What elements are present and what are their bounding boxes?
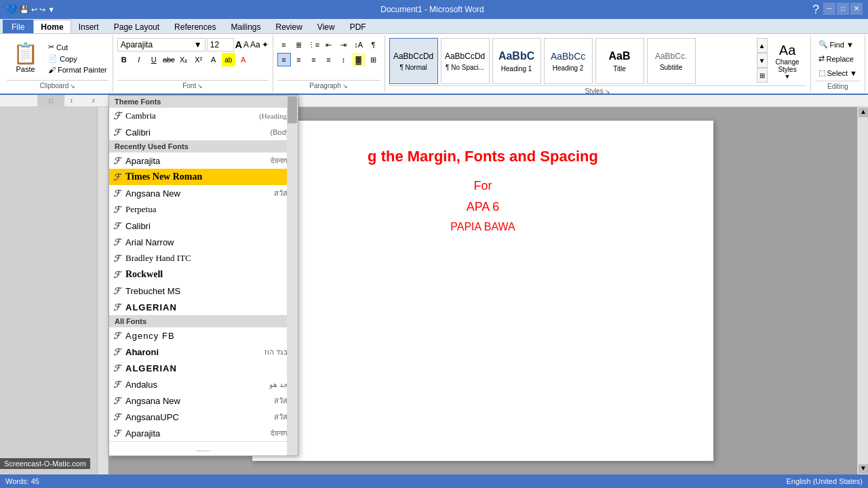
align-right-button[interactable]: ≡ (307, 53, 321, 66)
italic-button[interactable]: I (132, 53, 146, 66)
font-case-btn[interactable]: Aa (250, 40, 260, 49)
minimize-button[interactable]: ─ (823, 3, 835, 15)
bold-button[interactable]: B (117, 53, 131, 66)
font-grow-btn[interactable]: A (235, 39, 242, 50)
borders-button[interactable]: ⊞ (367, 53, 380, 66)
align-left-button[interactable]: ≡ (277, 53, 291, 66)
font-name-agency: Agency FB (125, 331, 175, 341)
styles-scroll-up[interactable]: ▲ (757, 38, 768, 53)
styles-scroll-more[interactable]: ⊞ (757, 68, 768, 83)
style-no-spacing[interactable]: AaBbCcDd ¶ No Spaci... (441, 38, 490, 84)
font-item-algerian-recent[interactable]: ℱ ALGERIAN (109, 299, 298, 315)
format-painter-button[interactable]: 🖌 Format Painter (47, 65, 108, 75)
font-item-rockwell[interactable]: ℱ Rockwell (109, 266, 298, 283)
font-item-agency[interactable]: ℱ Agency FB (109, 327, 298, 344)
font-item-perpetua[interactable]: ℱ Perpetua (109, 201, 298, 218)
tab-references[interactable]: References (167, 20, 223, 33)
change-styles-button[interactable]: Aa Change Styles ▼ (769, 41, 806, 81)
font-name-arial-narrow: Arial Narrow (125, 237, 174, 247)
tab-home[interactable]: Home (33, 20, 71, 33)
font-name-row: Aparajita ▼ 12 A A Aa ✦ (117, 38, 269, 52)
increase-indent-button[interactable]: ⇥ (337, 38, 351, 52)
font-icon-agency: ℱ (113, 331, 120, 341)
recently-used-header: Recently Used Fonts (109, 140, 298, 152)
style-normal-preview: AaBbCcDd (393, 52, 433, 61)
tab-view[interactable]: View (310, 20, 342, 33)
font-item-angsana[interactable]: ℱ Angsana New สวัสดี (109, 185, 298, 201)
font-name-selector[interactable]: Aparajita ▼ (117, 38, 205, 52)
paragraph-expand-icon[interactable]: ↘ (342, 83, 348, 89)
clear-format-btn[interactable]: ✦ (262, 40, 269, 49)
font-item-arial-narrow[interactable]: ℱ Arial Narrow (109, 234, 298, 250)
select-button[interactable]: ⬚ Select ▼ (815, 66, 861, 79)
select-icon: ⬚ (818, 68, 825, 77)
style-heading2[interactable]: AaBbCc Heading 2 (544, 38, 593, 84)
font-size-selector[interactable]: 12 (207, 38, 234, 52)
replace-button[interactable]: ⇄ Replace (815, 52, 857, 65)
numbering-button[interactable]: ≣ (292, 38, 306, 52)
bullets-button[interactable]: ≡ (277, 38, 291, 52)
tab-insert[interactable]: Insert (71, 20, 106, 33)
sort-button[interactable]: ↕A (352, 38, 366, 52)
font-icon-rockwell: ℱ (113, 270, 120, 280)
scroll-down-arrow[interactable]: ▼ (859, 464, 868, 474)
tab-mailings[interactable]: Mailings (223, 20, 268, 33)
font-expand-icon[interactable]: ↘ (197, 83, 203, 89)
tab-page-layout[interactable]: Page Layout (106, 20, 167, 33)
font-item-calibri-theme[interactable]: ℱ Calibri (Body) (109, 124, 298, 140)
style-subtitle[interactable]: AaBbCc. Subtitle (647, 38, 696, 84)
underline-button[interactable]: U (147, 53, 161, 66)
maximize-button[interactable]: □ (837, 3, 849, 15)
font-item-aparajita-all[interactable]: ℱ Aparajita देवनागरी (109, 425, 298, 441)
text-effects-btn[interactable]: A (207, 53, 220, 66)
ruler-corner[interactable]: □ (37, 95, 64, 106)
styles-scroll-down[interactable]: ▼ (757, 53, 768, 68)
vertical-scrollbar-right[interactable]: ▲ ▼ (857, 107, 868, 474)
shading-button[interactable]: ▓ (352, 53, 366, 66)
show-formatting-button[interactable]: ¶ (367, 38, 380, 52)
font-item-aparajita[interactable]: ℱ Aparajita देवनागरी (109, 152, 298, 169)
copy-button[interactable]: 📄 Copy (47, 54, 108, 64)
multilevel-list-button[interactable]: ⋮≡ (307, 38, 321, 52)
font-item-algerian-all[interactable]: ℱ ALGERIAN (109, 360, 298, 376)
font-item-andalus[interactable]: ℱ Andalus أبجد هو (109, 376, 298, 392)
find-button[interactable]: 🔍 Find ▼ (815, 38, 857, 51)
style-title[interactable]: AaB Title (595, 38, 644, 84)
font-item-bradley[interactable]: ℱ Bradley Hand ITC (109, 250, 298, 266)
style-normal[interactable]: AaBbCcDd ¶ Normal (389, 38, 438, 84)
font-item-trebuchet[interactable]: ℱ Trebuchet MS (109, 283, 298, 299)
document-line3: PAPIA BAWA (293, 221, 673, 233)
font-item-angsanaupc[interactable]: ℱ AngsanaUPC สวัสดี (109, 409, 298, 425)
superscript-button[interactable]: X² (192, 53, 205, 66)
font-item-calibri-recent[interactable]: ℱ Calibri (109, 218, 298, 234)
tab-review[interactable]: Review (268, 20, 309, 33)
vertical-scrollbar-left[interactable] (97, 107, 108, 474)
style-heading1[interactable]: AaBbC Heading 1 (492, 38, 541, 84)
replace-icon: ⇄ (818, 54, 825, 63)
font-item-angsana-all[interactable]: ℱ Angsana New สวัสดี (109, 392, 298, 409)
text-highlight-btn[interactable]: ab (222, 53, 235, 66)
font-item-times-new-roman[interactable]: ℱ Times New Roman (109, 169, 298, 185)
tab-pdf[interactable]: PDF (342, 20, 374, 33)
font-dropdown-scrollbar[interactable] (287, 96, 298, 455)
font-group: Aparajita ▼ 12 A A Aa ✦ B I U abc X₂ X² … (113, 35, 273, 92)
font-color-btn[interactable]: A (237, 53, 250, 66)
font-dropdown-scrollbar-thumb[interactable] (288, 96, 297, 123)
tab-file[interactable]: File (3, 20, 33, 33)
align-center-button[interactable]: ≡ (292, 53, 306, 66)
scroll-up-arrow[interactable]: ▲ (859, 108, 868, 117)
subscript-button[interactable]: X₂ (177, 53, 191, 66)
decrease-indent-button[interactable]: ⇤ (322, 38, 336, 52)
styles-expand-icon[interactable]: ↘ (605, 88, 610, 95)
font-shrink-btn[interactable]: A (243, 40, 249, 49)
line-spacing-button[interactable]: ↕ (337, 53, 351, 66)
paste-button[interactable]: 📋 Paste (7, 38, 44, 79)
clipboard-expand-icon[interactable]: ↘ (70, 83, 75, 89)
clipboard-right-buttons: ✂ Cut 📄 Copy 🖌 Format Painter (47, 38, 108, 79)
strikethrough-button[interactable]: abc (162, 53, 176, 66)
font-item-aharoni[interactable]: ℱ Aharoni אבגד הוז (109, 344, 298, 360)
cut-button[interactable]: ✂ Cut (47, 42, 108, 52)
close-button[interactable]: ✕ (850, 3, 863, 15)
font-item-cambria[interactable]: ℱ Cambria (Headings) (109, 108, 298, 124)
justify-button[interactable]: ≡ (322, 53, 336, 66)
